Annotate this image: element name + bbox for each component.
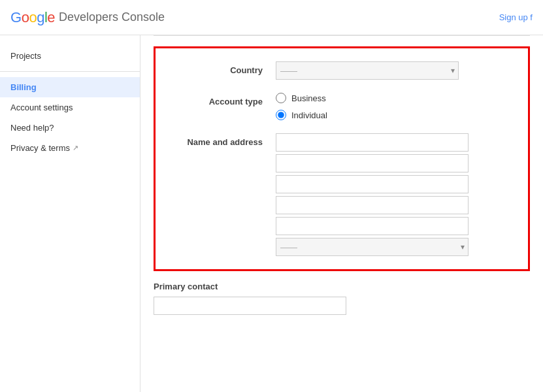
sidebar-item-projects[interactable]: Projects [0, 46, 140, 66]
address-inputs: —— ▾ [276, 133, 512, 256]
state-select[interactable]: —— [276, 238, 469, 256]
sidebar-item-billing[interactable]: Billing [0, 77, 140, 97]
privacy-terms-label: Privacy & terms [10, 143, 70, 153]
account-type-label: Account type [171, 93, 276, 106]
sidebar: Projects Billing Account settings Need h… [0, 35, 140, 392]
address-field-3[interactable] [276, 175, 469, 193]
address-field-5[interactable] [276, 217, 469, 235]
country-row: Country —— ▾ [171, 61, 512, 80]
name-address-row: Name and address —— ▾ [171, 133, 512, 256]
individual-radio-option[interactable]: Individual [276, 110, 512, 120]
address-field-4[interactable] [276, 196, 469, 214]
name-address-label: Name and address [171, 133, 276, 147]
sidebar-item-need-help[interactable]: Need help? [0, 118, 140, 138]
google-letter-o1: o [22, 9, 29, 25]
google-letter-g: G [10, 9, 22, 25]
account-type-radio-group: Business Individual [276, 93, 512, 120]
account-type-controls: Business Individual [276, 93, 512, 120]
primary-contact-label: Primary contact [154, 282, 530, 291]
name-address-controls: —— ▾ [276, 133, 512, 256]
business-label: Business [291, 93, 326, 103]
individual-radio[interactable] [276, 110, 286, 120]
country-controls: —— ▾ [276, 61, 512, 80]
country-select[interactable]: —— [276, 61, 459, 80]
sidebar-item-privacy-terms[interactable]: Privacy & terms ↗ [0, 138, 140, 158]
google-letter-e: e [47, 9, 55, 25]
business-radio-option[interactable]: Business [276, 93, 512, 103]
top-divider [154, 35, 530, 36]
individual-label: Individual [291, 110, 327, 120]
google-wordmark: Google [10, 9, 55, 26]
address-field-2[interactable] [276, 154, 469, 172]
account-type-row: Account type Business Individual [171, 93, 512, 120]
main-layout: Projects Billing Account settings Need h… [0, 35, 543, 392]
signup-link[interactable]: Sign up f [499, 12, 533, 22]
country-label: Country [171, 61, 276, 75]
google-letter-g2: g [37, 9, 44, 25]
address-field-1[interactable] [276, 133, 469, 152]
app-header: Google Developers Console Sign up f [0, 0, 543, 35]
primary-contact-section: Primary contact [154, 282, 530, 315]
sidebar-item-account-settings[interactable]: Account settings [0, 97, 140, 118]
google-letter-o2: o [29, 9, 37, 25]
state-select-wrapper: —— ▾ [276, 238, 469, 256]
sidebar-divider [0, 71, 140, 72]
app-title: Developers Console [59, 10, 165, 24]
billing-form-section: Country —— ▾ Account type [154, 46, 530, 271]
primary-contact-input[interactable] [154, 297, 346, 315]
country-select-wrapper: —— ▾ [276, 61, 459, 80]
logo: Google Developers Console [10, 9, 165, 26]
main-content: Country —— ▾ Account type [140, 35, 543, 392]
external-link-icon: ↗ [73, 144, 78, 152]
business-radio[interactable] [276, 93, 286, 103]
